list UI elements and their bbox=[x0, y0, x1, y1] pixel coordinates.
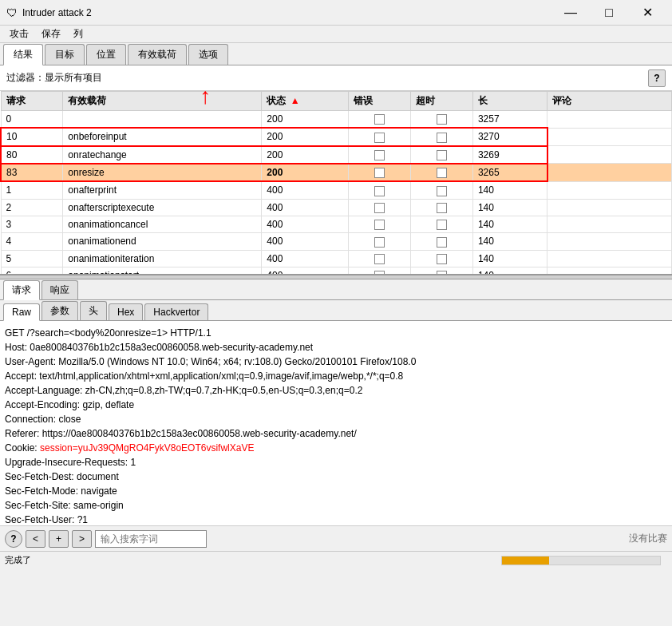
subtab-headers[interactable]: 头 bbox=[80, 301, 107, 320]
request-line: Sec-Fetch-User: ?1 bbox=[5, 513, 667, 525]
menu-attack[interactable]: 攻击 bbox=[3, 26, 35, 42]
error-checkbox bbox=[374, 220, 385, 230]
tab-request[interactable]: 请求 bbox=[3, 280, 40, 300]
table-row[interactable]: 3onanimationcancel400140 bbox=[1, 216, 672, 232]
timeout-checkbox bbox=[437, 254, 447, 264]
main-tab-bar: 结果 目标 位置 有效载荷 选项 bbox=[0, 43, 672, 65]
menu-columns[interactable]: 列 bbox=[67, 26, 89, 42]
app-icon: 🛡 bbox=[6, 6, 18, 19]
filter-bar: 过滤器：显示所有项目 ? bbox=[0, 65, 672, 91]
timeout-checkbox bbox=[437, 114, 447, 125]
request-line: Sec-Fetch-Site: same-origin bbox=[5, 498, 667, 513]
timeout-checkbox bbox=[437, 220, 447, 230]
subtab-params[interactable]: 参数 bbox=[42, 301, 78, 320]
table-row[interactable]: 5onanimationiteration400140 bbox=[1, 250, 672, 267]
minimize-button[interactable]: — bbox=[552, 2, 589, 24]
subtab-hackvertor[interactable]: Hackvertor bbox=[144, 303, 208, 320]
error-checkbox bbox=[374, 186, 385, 196]
error-checkbox bbox=[374, 237, 385, 248]
request-line: Referer: https://0ae800840376b1b2c158a3e… bbox=[5, 426, 667, 441]
no-match-label: 没有比赛 bbox=[629, 532, 667, 545]
timeout-checkbox bbox=[437, 168, 447, 178]
subtab-raw[interactable]: Raw bbox=[3, 303, 40, 321]
timeout-checkbox bbox=[437, 186, 447, 196]
request-line: Accept: text/html,application/xhtml+xml,… bbox=[5, 369, 667, 383]
next-button[interactable]: > bbox=[72, 530, 92, 548]
timeout-checkbox bbox=[437, 203, 447, 213]
request-line: Connection: close bbox=[5, 412, 667, 426]
request-content: GET /?search=<body%20onresize=1> HTTP/1.… bbox=[0, 321, 672, 525]
menu-save[interactable]: 保存 bbox=[35, 26, 67, 42]
request-line: Sec-Fetch-Dest: document bbox=[5, 470, 667, 484]
table-row[interactable]: 2onafterscriptexecute400140 bbox=[1, 199, 672, 216]
filter-help-button[interactable]: ? bbox=[648, 69, 666, 87]
request-line: Accept-Language: zh-CN,zh;q=0.8,zh-TW;q=… bbox=[5, 383, 667, 398]
back-button[interactable]: < bbox=[26, 530, 45, 548]
table-row[interactable]: 10onbeforeinput2003270 bbox=[1, 128, 672, 145]
col-header-payload[interactable]: 有效载荷 bbox=[63, 92, 262, 111]
close-button[interactable]: ✕ bbox=[629, 2, 666, 24]
timeout-checkbox bbox=[437, 150, 447, 160]
sub-tab-bar: Raw 参数 头 Hex Hackvertor bbox=[0, 300, 672, 321]
error-checkbox bbox=[374, 150, 385, 160]
forward-button[interactable]: + bbox=[49, 530, 69, 548]
help-icon[interactable]: ? bbox=[5, 530, 22, 548]
title-bar: 🛡 Intruder attack 2 — □ ✕ bbox=[0, 0, 672, 26]
results-table: 请求 有效载荷 状态 ▲ 错误 超时 长 评论 0200325710onbefo… bbox=[0, 91, 672, 275]
timeout-checkbox bbox=[437, 237, 447, 248]
col-header-request[interactable]: 请求 bbox=[1, 92, 63, 111]
window-controls: — □ ✕ bbox=[552, 2, 666, 24]
sort-arrow: ▲ bbox=[291, 95, 300, 106]
search-input[interactable] bbox=[95, 530, 207, 548]
bottom-toolbar: ? < + > 没有比赛 bbox=[0, 525, 672, 551]
request-line: Sec-Fetch-Mode: navigate bbox=[5, 484, 667, 498]
table-row[interactable]: 80onratechange2003269 bbox=[1, 146, 672, 164]
error-checkbox bbox=[374, 133, 385, 143]
progress-bar bbox=[501, 556, 661, 565]
tab-payloads[interactable]: 有效载荷 bbox=[128, 44, 187, 65]
tab-target[interactable]: 目标 bbox=[45, 44, 85, 65]
request-line: User-Agent: Mozilla/5.0 (Windows NT 10.0… bbox=[5, 355, 667, 369]
request-line: Cookie: session=yuJv39QMgRO4FykV8oEOT6vs… bbox=[5, 441, 667, 455]
subtab-hex[interactable]: Hex bbox=[109, 303, 143, 320]
table-row[interactable]: 1onafterprint400140 bbox=[1, 181, 672, 199]
table-row[interactable]: 6onanimationstart400140 bbox=[1, 267, 672, 275]
bottom-section: 请求 响应 Raw 参数 头 Hex Hackvertor GET /?sear… bbox=[0, 279, 672, 551]
col-header-timeout[interactable]: 超时 bbox=[411, 92, 473, 111]
error-checkbox bbox=[374, 254, 385, 264]
window-title: Intruder attack 2 bbox=[22, 7, 552, 18]
maximize-button[interactable]: □ bbox=[591, 2, 627, 24]
tab-positions[interactable]: 位置 bbox=[86, 44, 126, 65]
req-resp-tab-bar: 请求 响应 bbox=[0, 279, 672, 300]
request-line: Accept-Encoding: gzip, deflate bbox=[5, 398, 667, 412]
status-bar: 完成了 bbox=[0, 551, 672, 569]
tab-options[interactable]: 选项 bbox=[188, 44, 228, 65]
table-row[interactable]: 02003257 bbox=[1, 111, 672, 129]
tab-results[interactable]: 结果 bbox=[3, 44, 43, 65]
col-header-length[interactable]: 长 bbox=[472, 92, 547, 111]
table-row[interactable]: 4onanimationend400140 bbox=[1, 233, 672, 250]
col-header-error[interactable]: 错误 bbox=[349, 92, 411, 111]
error-checkbox bbox=[374, 203, 385, 213]
col-header-comment[interactable]: 评论 bbox=[547, 92, 672, 111]
timeout-checkbox bbox=[437, 133, 447, 143]
error-checkbox bbox=[374, 114, 385, 125]
col-header-status[interactable]: 状态 ▲ bbox=[262, 92, 349, 111]
tab-response[interactable]: 响应 bbox=[42, 280, 78, 299]
error-checkbox bbox=[374, 168, 385, 178]
status-text: 完成了 bbox=[5, 554, 501, 566]
results-table-container[interactable]: 请求 有效载荷 状态 ▲ 错误 超时 长 评论 0200325710onbefo… bbox=[0, 91, 672, 275]
request-line: Upgrade-Insecure-Requests: 1 bbox=[5, 455, 667, 470]
request-line: Host: 0ae800840376b1b2c158a3ec00860058.w… bbox=[5, 340, 667, 355]
request-line: GET /?search=<body%20onresize=1> HTTP/1.… bbox=[5, 326, 667, 340]
progress-bar-fill bbox=[502, 557, 549, 565]
filter-label: 过滤器：显示所有项目 bbox=[6, 71, 648, 85]
table-row[interactable]: 83onresize2003265 bbox=[1, 164, 672, 181]
menu-bar: 攻击 保存 列 bbox=[0, 26, 672, 43]
